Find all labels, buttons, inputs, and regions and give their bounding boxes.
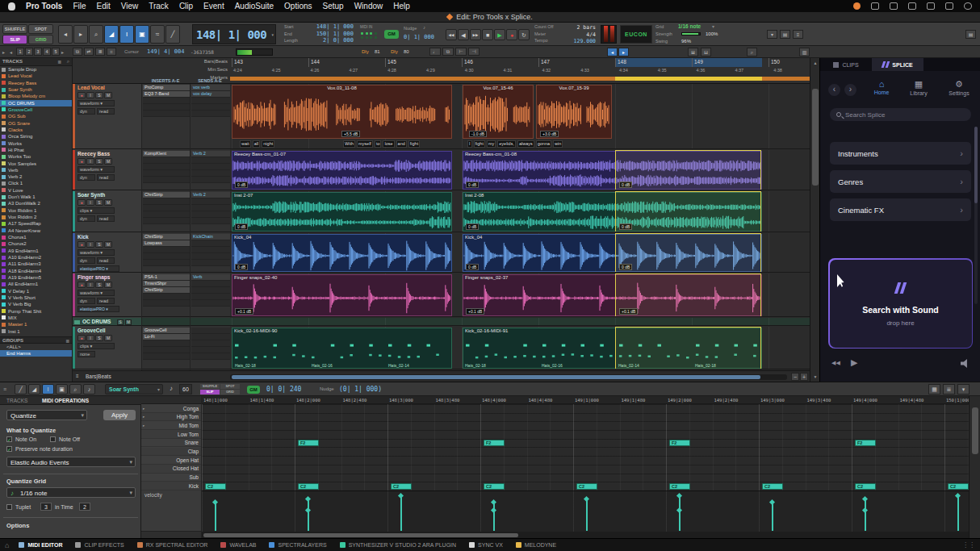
ruler-name-bars-beats[interactable]: Bars|Beats: [73, 59, 228, 64]
sidebar-track-verb[interactable]: Verb: [0, 167, 73, 173]
midi-note-kick-8[interactable]: C2: [948, 483, 969, 490]
window-tab-wavelab[interactable]: WAVELAB: [220, 542, 256, 548]
selection-start-value[interactable]: 148| 1| 000: [316, 23, 354, 30]
count-off-value[interactable]: 2 bars: [577, 24, 596, 31]
vscroll-up-icon[interactable]: ▲: [812, 60, 819, 66]
sidebar-track-pump-that-shit[interactable]: Pump That Shit: [0, 308, 73, 315]
group-item-all[interactable]: <ALL>: [0, 344, 73, 350]
midi-note-kick-2[interactable]: C2: [391, 483, 412, 490]
toolbar-grid-icon[interactable]: ▤: [780, 30, 790, 39]
drum-lane-mid-tom[interactable]: ▸Mid Tom: [141, 421, 202, 430]
sidebar-track-v-delay-1[interactable]: V Delay 1: [0, 288, 73, 294]
groups-menu-icon[interactable]: ≣: [65, 338, 69, 344]
sidebar-track-groovecell[interactable]: GrooveCell: [0, 106, 73, 113]
timeline-selection-overlay[interactable]: [615, 273, 761, 317]
velocity-diamond[interactable]: [862, 496, 868, 502]
insert-slot-lowpass[interactable]: Lowpass: [143, 240, 190, 247]
timeline-selection-overlay[interactable]: [615, 327, 761, 369]
fast-forward-button[interactable]: ▶▶: [470, 29, 481, 40]
menu-item-window[interactable]: Window: [354, 2, 383, 10]
sidebar-track-vox-riddim-2[interactable]: Vox Riddim 2: [0, 214, 73, 220]
midi-hscroll-thumb[interactable]: [203, 533, 518, 537]
default-velocity-value[interactable]: 60: [179, 384, 192, 394]
lyric-word[interactable]: night: [262, 140, 274, 148]
drum-lane-high-tom[interactable]: ▸High Tom: [141, 413, 202, 422]
zoom-in-icon[interactable]: ▸: [73, 25, 88, 44]
midi-grid-icon[interactable]: ▦: [928, 384, 940, 394]
edit-mode-spot[interactable]: SPOT: [28, 24, 53, 34]
track-name[interactable]: GrooveCell: [77, 328, 106, 333]
menu-item-file[interactable]: File: [73, 2, 86, 10]
battery-icon[interactable]: [927, 2, 935, 10]
insert-slot-eq3-7-band[interactable]: EQ3 7-Band: [143, 91, 190, 98]
midi-grid-value[interactable]: 0| 0| 240: [266, 386, 301, 393]
sidebar-track-orca-string[interactable]: Orca String: [0, 133, 73, 140]
selection-length-value[interactable]: 2| 0| 000: [323, 37, 354, 44]
pre-roll-icon[interactable]: ⊢: [455, 48, 467, 56]
search-input[interactable]: Search Splice: [830, 108, 971, 121]
mute-button[interactable]: M: [104, 335, 112, 341]
keyboard-icon[interactable]: [890, 2, 898, 10]
nav-library[interactable]: ▦ Library: [903, 79, 935, 96]
velocity-stem[interactable]: [215, 502, 216, 531]
return-to-zero-button[interactable]: ◀◀: [446, 29, 457, 40]
record-arm-button[interactable]: ●: [77, 282, 86, 288]
velocity-diamond[interactable]: [491, 499, 496, 505]
nudge-value[interactable]: 0| 1| 000: [404, 34, 434, 40]
forward-button[interactable]: ›: [844, 84, 856, 96]
midi-zoom-tool[interactable]: ⌕: [69, 384, 82, 394]
apply-button[interactable]: Apply: [103, 410, 136, 420]
folder-track-header[interactable]: OC DRUMSSM: [73, 318, 141, 326]
tab-transient-icon[interactable]: ⌗: [107, 48, 116, 56]
nav-home[interactable]: ⌂ Home: [865, 79, 898, 95]
counter-mode-arrow-icon[interactable]: ▾: [271, 32, 274, 37]
app-name-menu[interactable]: Pro Tools: [26, 2, 62, 10]
record-arm-button[interactable]: ●: [77, 199, 86, 206]
velocity-diamond[interactable]: [305, 496, 311, 502]
track-name[interactable]: Lead Vocal: [77, 85, 105, 90]
record-arm-button[interactable]: ●: [77, 241, 86, 248]
lyric-word[interactable]: my: [487, 140, 496, 148]
tracks-menu-icon[interactable]: ≣: [57, 59, 61, 65]
midi-note-kick-4[interactable]: C2: [576, 483, 597, 490]
selector-tool[interactable]: I: [119, 25, 134, 44]
automation-read-selector[interactable]: read: [97, 108, 115, 115]
lane-expand-icon[interactable]: ▸: [143, 424, 144, 428]
track-name[interactable]: Finger snaps: [77, 274, 110, 280]
lane-expand-icon[interactable]: ▸: [143, 415, 144, 419]
automation-read-selector[interactable]: read: [97, 257, 115, 264]
apple-menu-icon[interactable]: [8, 2, 15, 10]
category-instruments[interactable]: Instruments ›: [830, 142, 971, 165]
search-with-sound-card[interactable]: Search with Sound drop here: [828, 258, 973, 349]
sidebar-track-a9-endharm1[interactable]: A9 EndHarm1: [0, 248, 73, 254]
category-genres[interactable]: Genres ›: [830, 170, 971, 193]
lyric-word[interactable]: I: [467, 140, 472, 148]
track-name[interactable]: Soar Synth: [77, 192, 105, 198]
input-monitor-button[interactable]: I: [86, 282, 94, 288]
sidebar-track-og-sub[interactable]: OG Sub: [0, 113, 73, 119]
elastic-audio-selector[interactable]: Elastic Audio Events▾: [6, 457, 136, 467]
clip-gain-badge[interactable]: +3.0 dB: [540, 131, 559, 137]
automation-mode-selector[interactable]: none: [77, 351, 95, 357]
window-tab-synthesizer-v-studio-2-ara-plugin[interactable]: SYNTHESIZER V STUDIO 2 ARA PLUGIN: [340, 542, 456, 548]
hscroll-thumb[interactable]: [232, 375, 760, 379]
selection-end-value[interactable]: 150| 1| 000: [316, 31, 354, 37]
velocity-diamond[interactable]: [398, 493, 404, 499]
pencil-tool[interactable]: ╱: [165, 25, 180, 44]
clip-gain-badge[interactable]: 0 dB: [235, 182, 248, 188]
midi-note-kick-6[interactable]: C2: [762, 483, 783, 490]
meter-value[interactable]: 4/4: [586, 31, 596, 38]
mute-button[interactable]: M: [104, 199, 112, 206]
play-button[interactable]: ▶: [494, 29, 505, 40]
lyric-word[interactable]: all: [253, 140, 261, 148]
velocity-stem[interactable]: [772, 502, 773, 531]
expand-arrow-icon[interactable]: ▸: [2, 49, 5, 55]
memory-location-4[interactable]: 4: [43, 48, 51, 56]
ruler-name-min-secs[interactable]: Min:Secs: [73, 67, 228, 72]
lyric-word[interactable]: lose: [383, 140, 394, 148]
drum-lane-open-hat[interactable]: Open Hat: [141, 456, 202, 465]
midi-note-kick-7[interactable]: C2: [855, 483, 876, 490]
send-slot-verb-2[interactable]: Verb 2: [191, 192, 230, 198]
nudge-display-icon[interactable]: ⊟: [701, 48, 711, 56]
mute-button[interactable]: M: [104, 282, 112, 288]
